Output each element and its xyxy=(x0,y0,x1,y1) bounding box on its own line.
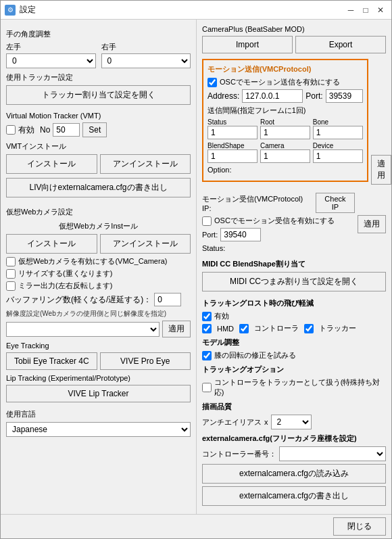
knee-rotation-row: 膝の回転の修正を試みる xyxy=(202,350,386,360)
device-input[interactable]: 1 xyxy=(313,149,363,163)
tracking-loss-section: トラッキングロスト時の飛び軽減 有効 HMD コントローラ トラッカー xyxy=(202,298,386,333)
vive-eye-button[interactable]: VIVE Pro Eye xyxy=(100,352,191,370)
root-input[interactable]: 1 xyxy=(260,126,310,139)
resolution-section: 解像度設定(Webカメラの使用側と同じ解像度を指定) 適用 xyxy=(6,309,191,337)
controller-checkbox[interactable] xyxy=(239,324,249,333)
midi-section: MIDI CC BlendShape割り当て MIDI CCつまみ割り当て設定を… xyxy=(202,259,386,294)
hand-title: 手の角度調整 xyxy=(6,29,191,39)
controller-tracker-checkbox[interactable] xyxy=(202,383,212,392)
tracking-option-title: トラッキングオプション xyxy=(202,365,386,375)
title-bar-controls: ─ □ ✕ xyxy=(344,3,387,17)
tobii-eye-button[interactable]: Tobii Eye Tracker 4C xyxy=(6,352,97,370)
blendshape-input[interactable]: 1 xyxy=(207,149,258,163)
osc-send-row: OSCでモーション送信を有効にする xyxy=(207,77,363,87)
tracking-loss-title: トラッキングロスト時の飛び軽減 xyxy=(202,298,386,308)
controller-num-label: コントローラー番号： xyxy=(202,449,276,459)
webcam-install-button[interactable]: インストール xyxy=(6,234,97,254)
recv-port-input[interactable]: 39540 xyxy=(220,228,261,241)
ext-write-button[interactable]: externalcamera.cfgの書き出し xyxy=(202,486,386,506)
app-icon: ⚙ xyxy=(5,5,16,16)
resize-checkbox[interactable] xyxy=(6,269,16,279)
antialias-select[interactable]: 2 xyxy=(271,415,312,429)
buffering-label: バッファリング数(軽くなる/遅延する)： xyxy=(6,294,151,306)
status-col: Status 1 xyxy=(207,118,258,139)
camera-input[interactable]: 1 xyxy=(260,149,310,163)
right-hand-select[interactable]: 0 xyxy=(101,53,191,68)
hmd-row: HMD コントローラ トラッカー xyxy=(202,323,386,333)
tracker-section: 使用トラッカー設定 トラッカー割り当て設定を開く xyxy=(6,72,191,108)
hmd-label: HMD xyxy=(217,325,234,333)
hand-row: 左手 0 右手 0 xyxy=(6,42,191,68)
close-row: 閉じる xyxy=(1,514,391,538)
bone-label: Bone xyxy=(313,118,363,126)
midi-title: MIDI CC BlendShape割り当て xyxy=(202,259,386,269)
tracker-assign-button[interactable]: トラッカー割り当て設定を開く xyxy=(6,85,191,105)
webcam-enable-checkbox[interactable] xyxy=(6,257,16,266)
apply-button-2[interactable]: 適用 xyxy=(358,215,386,233)
lang-title: 使用言語 xyxy=(6,409,191,419)
controller-num-select[interactable] xyxy=(279,446,386,461)
status-input[interactable]: 1 xyxy=(207,126,258,139)
resolution-select[interactable] xyxy=(6,322,160,337)
blendshape-camera-device: BlendShape 1 Camera 1 Device 1 xyxy=(207,142,363,163)
recv-port-row: Port: 39540 xyxy=(202,228,355,241)
mirror-checkbox[interactable] xyxy=(6,281,16,291)
tracking-loss-enable-row: 有効 xyxy=(202,311,386,321)
webcam-install-row: インストール アンインストール xyxy=(6,234,191,254)
liv-button[interactable]: LIV向けexternalcamera.cfgの書き出し xyxy=(6,178,191,197)
bone-input[interactable]: 1 xyxy=(313,126,363,139)
camera-label: Camera xyxy=(260,142,310,149)
lang-section: 使用言語 Japanese xyxy=(6,409,191,437)
export-button[interactable]: Export xyxy=(295,36,386,53)
camera-buttons: Import Export xyxy=(202,36,386,53)
ext-read-button[interactable]: externalcamera.cfgの読み込み xyxy=(202,464,386,484)
port-label: Port: xyxy=(305,91,322,101)
midi-button[interactable]: MIDI CCつまみ割り当て設定を開く xyxy=(202,272,386,291)
recv-port-label: Port: xyxy=(202,231,218,239)
motion-recv-section: モーション受信(VMCProtocol) IP: Check IP OSCでモー… xyxy=(202,193,355,255)
vmt-no-input[interactable]: 50 xyxy=(53,123,80,137)
vmt-set-button[interactable]: Set xyxy=(82,122,107,137)
antialias-x: x xyxy=(264,418,268,426)
resolution-apply-button[interactable]: 適用 xyxy=(162,321,191,337)
lip-tracking-section: Lip Tracking (Experimental/Prototype) VI… xyxy=(6,374,191,405)
osc-send-checkbox[interactable] xyxy=(207,78,217,87)
motion-recv-wrapper: モーション受信(VMCProtocol) IP: Check IP OSCでモー… xyxy=(202,193,386,255)
address-input[interactable]: 127.0.0.1 xyxy=(242,89,303,103)
import-button[interactable]: Import xyxy=(202,36,293,53)
close-dialog-button[interactable]: 閉じる xyxy=(333,517,386,536)
buffering-input[interactable]: 0 xyxy=(154,293,181,306)
vmt-enabled-label: 有効 xyxy=(18,124,34,136)
left-hand-select[interactable]: 0 xyxy=(6,53,96,68)
hmd-checkbox[interactable] xyxy=(202,324,212,333)
ext-camera-section: externalcamera.cfg(フリーカメラ座標を設定) コントローラー番… xyxy=(202,433,386,509)
motion-recv-title: モーション受信(VMCProtocol) IP: xyxy=(202,194,313,212)
address-label: Address: xyxy=(207,91,239,101)
check-ip-button[interactable]: Check IP xyxy=(316,193,355,213)
webcam-uninstall-button[interactable]: アンインストール xyxy=(100,234,191,254)
image-quality-section: 描画品質 アンチエイリアス x 2 xyxy=(202,402,386,429)
maximize-button[interactable]: □ xyxy=(359,3,372,17)
eye-buttons: Tobii Eye Tracker 4C VIVE Pro Eye xyxy=(6,352,191,370)
vive-lip-button[interactable]: VIVE Lip Tracker xyxy=(6,385,191,402)
osc-recv-checkbox[interactable] xyxy=(202,216,212,226)
minimize-button[interactable]: ─ xyxy=(344,3,358,17)
virtual-webcam-title: 仮想Webカメラ設定 xyxy=(6,207,191,217)
mirror-row: ミラー出力(左右反転します) xyxy=(6,281,191,291)
close-button[interactable]: ✕ xyxy=(374,3,387,17)
knee-rotation-checkbox[interactable] xyxy=(202,351,212,360)
model-title: モデル調整 xyxy=(202,337,386,348)
recv-status-row: Status: xyxy=(202,244,355,252)
vmt-no-label: No xyxy=(40,125,50,135)
tracker-checkbox[interactable] xyxy=(304,324,314,333)
port-input[interactable]: 39539 xyxy=(326,89,363,103)
lang-select[interactable]: Japanese xyxy=(6,422,191,437)
vmt-install-button[interactable]: インストール xyxy=(6,154,97,174)
title-bar-left: ⚙ 設定 xyxy=(5,4,36,16)
status-root-bone: Status 1 Root 1 Bone 1 xyxy=(207,118,363,139)
vmt-enabled-checkbox[interactable] xyxy=(6,125,16,135)
tracking-loss-checkbox[interactable] xyxy=(202,312,212,321)
apply-button-1[interactable]: 適用 xyxy=(371,155,391,185)
vmt-uninstall-button[interactable]: アンインストール xyxy=(100,154,191,174)
option-label: Option: xyxy=(207,166,231,174)
